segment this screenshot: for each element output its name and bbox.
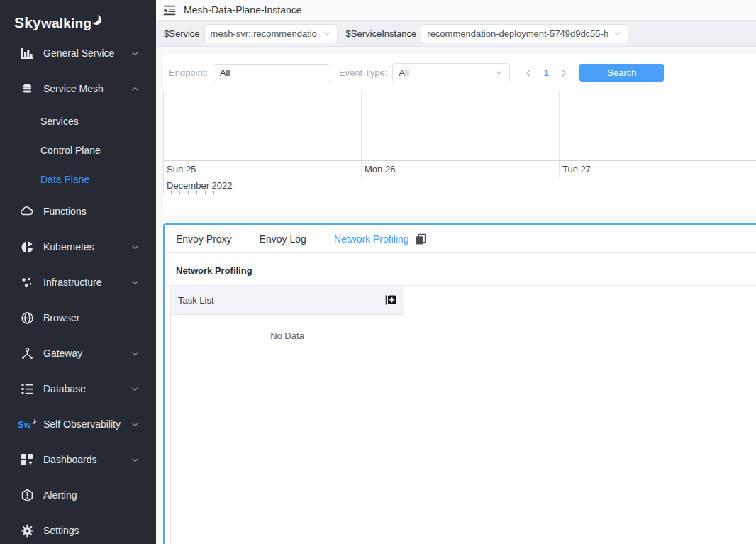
crescent-moon-icon: [30, 418, 36, 424]
tab-network-profiling[interactable]: Network Profiling: [334, 233, 426, 245]
chevron-down-icon: [613, 29, 622, 38]
chevron-placeholder: [130, 490, 140, 500]
main-area: Mesh-Data-Plane-Instance $Service mesh-s…: [156, 0, 756, 544]
sidebar-item-label: Alerting: [43, 489, 130, 501]
timeline-month-label: December 2022: [164, 177, 756, 194]
pagination: 1: [520, 65, 572, 82]
sidebar-item-browser[interactable]: Browser: [0, 300, 156, 335]
tab-envoy-log[interactable]: Envoy Log: [260, 233, 306, 245]
service-label: $Service: [164, 28, 200, 39]
add-task-icon[interactable]: [384, 294, 396, 306]
chevron-up-icon: [130, 84, 140, 94]
sidebar-item-label: Service Mesh: [43, 83, 130, 94]
sidebar-item-label: Settings: [43, 525, 130, 536]
service-select-value: mesh-svr::recommendation: [211, 28, 317, 39]
service-instance-select[interactable]: recommendation-deployment-5749d9dc55-hjl…: [421, 24, 628, 43]
sidebar: Skywalking General Service Service Mesh: [0, 0, 156, 544]
sidebar-item-label: Kubernetes: [43, 241, 130, 252]
chevron-placeholder: [130, 313, 140, 323]
sidebar-item-infrastructure[interactable]: Infrastructure: [0, 265, 156, 300]
timeline-cell: [362, 91, 560, 160]
chevron-down-icon: [130, 348, 140, 358]
sidebar-item-label: General Service: [43, 48, 130, 59]
card-footer-space: [163, 194, 756, 216]
service-instance-label: $ServiceInstance: [346, 28, 417, 39]
crescent-moon-icon: [90, 13, 102, 26]
chevron-placeholder: [130, 206, 140, 216]
sidebar-item-functions[interactable]: Functions: [0, 194, 156, 229]
event-timeline: Sun 25 Mon 26 Tue 27 December 2022: [163, 91, 756, 194]
tab-envoy-proxy[interactable]: Envoy Proxy: [176, 233, 232, 245]
app-root: Skywalking General Service Service Mesh: [0, 0, 756, 544]
chevron-down-icon: [130, 48, 140, 58]
day-label: Sun 25: [164, 161, 362, 177]
sidebar-item-label: Dashboards: [43, 454, 130, 465]
network-profiling-body: Task List No Data: [165, 286, 756, 544]
sidebar-item-label: Gateway: [43, 348, 130, 359]
timeline-day-labels: Sun 25 Mon 26 Tue 27: [164, 160, 756, 177]
timeline-cell: [560, 91, 756, 160]
sidebar-item-general-service[interactable]: General Service: [0, 35, 156, 71]
sidebar-item-service-mesh[interactable]: Service Mesh: [0, 71, 156, 106]
page-title: Mesh-Data-Plane-Instance: [184, 4, 302, 16]
copy-icon[interactable]: [416, 233, 426, 245]
tab-label: Network Profiling: [334, 233, 409, 245]
sidebar-subitem-services[interactable]: Services: [0, 106, 156, 135]
cloud-icon: [20, 204, 34, 218]
chevron-left-icon[interactable]: [520, 65, 537, 82]
timeline-grid: [164, 91, 756, 160]
sidebar-subitem-data-plane[interactable]: Data Plane: [0, 165, 156, 194]
sidebar-item-label: Functions: [43, 206, 130, 217]
selector-row: $Service mesh-svr::recommendation $Servi…: [156, 21, 756, 47]
alert-hexagon-icon: [20, 488, 34, 502]
task-list-panel: Task List No Data: [170, 286, 404, 544]
month-text: December 2022: [167, 180, 233, 191]
day-label: Tue 27: [560, 161, 756, 177]
database-icon: [20, 382, 34, 396]
network-profiling-heading: Network Profiling: [165, 253, 756, 286]
task-list-title: Task List: [178, 295, 214, 306]
sidebar-item-gateway[interactable]: Gateway: [0, 335, 156, 371]
gateway-icon: [20, 346, 34, 360]
event-type-label: Event Type:: [339, 67, 387, 78]
sidebar-item-label: Infrastructure: [43, 277, 130, 288]
event-filter-row: Endpoint: Event Type: All 1: [163, 54, 756, 91]
sidebar-item-label: Self Observability: [43, 418, 130, 430]
globe-icon: [20, 311, 34, 325]
chevron-right-icon[interactable]: [555, 65, 572, 82]
sidebar-item-dashboards[interactable]: Dashboards: [0, 442, 156, 477]
sidebar-subitem-control-plane[interactable]: Control Plane: [0, 135, 156, 165]
tabs-bar: Envoy Proxy Envoy Log Network Profiling: [165, 225, 756, 253]
event-type-select[interactable]: All: [392, 63, 510, 82]
chevron-down-icon: [130, 242, 140, 252]
collapse-menu-icon[interactable]: [163, 5, 176, 16]
sidebar-item-label: Browser: [43, 312, 130, 323]
content-area: Endpoint: Event Type: All 1: [156, 47, 756, 544]
page-number[interactable]: 1: [537, 67, 555, 78]
chevron-down-icon: [130, 384, 140, 394]
gear-icon: [20, 523, 34, 538]
service-select[interactable]: mesh-svr::recommendation: [204, 24, 338, 43]
endpoint-input[interactable]: [213, 64, 330, 82]
task-detail-area: [404, 286, 756, 544]
sidebar-item-settings[interactable]: Settings: [0, 513, 156, 544]
skywalking-logo[interactable]: Skywalking: [0, 0, 156, 35]
sidebar-item-alerting[interactable]: Alerting: [0, 477, 156, 513]
chevron-down-icon: [130, 455, 140, 465]
timeline-cell: [164, 91, 362, 160]
logo-text: Skywalking: [14, 14, 91, 31]
search-button[interactable]: Search: [579, 64, 664, 82]
chevron-down-icon: [130, 277, 140, 287]
chevron-down-icon: [323, 29, 331, 38]
chevron-down-icon: [130, 419, 140, 429]
sidebar-item-label: Database: [43, 383, 130, 394]
event-type-select-value: All: [399, 67, 489, 78]
sidebar-item-kubernetes[interactable]: Kubernetes: [0, 229, 156, 265]
day-label: Mon 26: [362, 161, 560, 177]
dashboards-icon: [20, 453, 34, 467]
sidebar-item-database[interactable]: Database: [0, 371, 156, 406]
sidebar-item-self-observability[interactable]: Sw Self Observability: [0, 406, 156, 442]
endpoint-label: Endpoint:: [169, 67, 208, 78]
task-list-header: Task List: [171, 286, 404, 315]
kubernetes-icon: [20, 240, 34, 254]
